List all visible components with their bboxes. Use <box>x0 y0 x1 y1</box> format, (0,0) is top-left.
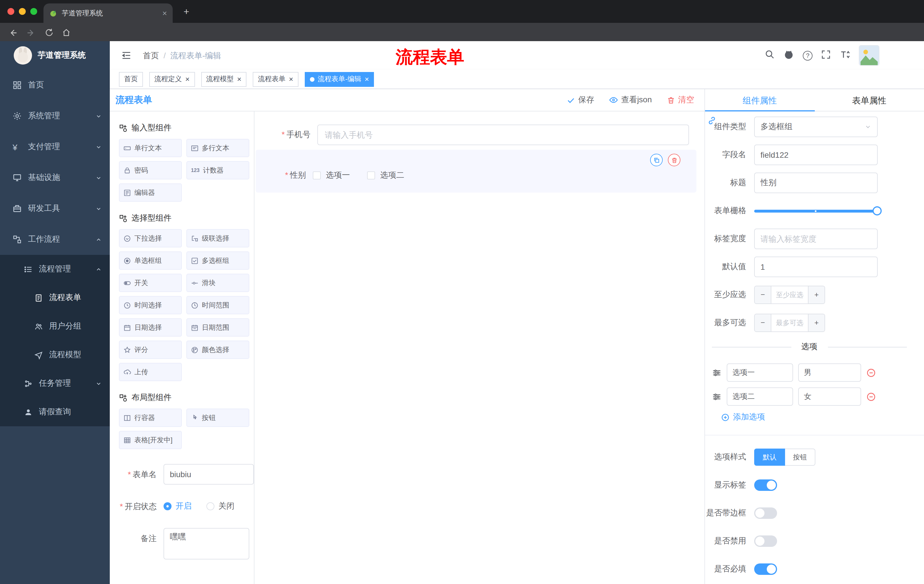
decrease-button[interactable]: − <box>755 314 771 331</box>
comp-select[interactable]: 下拉选择 <box>119 229 182 247</box>
min-select-placeholder[interactable]: 至少应选 <box>771 286 808 303</box>
field-gender-selected[interactable]: 性别 选项一 选项二 <box>256 150 696 192</box>
remove-option-icon[interactable] <box>866 392 876 401</box>
comp-editor[interactable]: 编辑器 <box>119 183 182 202</box>
tag-close-icon[interactable]: × <box>237 75 241 84</box>
comp-rate[interactable]: 评分 <box>119 341 182 359</box>
option-name-input[interactable] <box>727 364 793 382</box>
comp-date-picker[interactable]: 日期选择 <box>119 318 182 337</box>
field-name-input[interactable] <box>754 145 878 165</box>
phone-input[interactable] <box>317 125 689 145</box>
view-json-button[interactable]: 查看json <box>609 95 652 105</box>
sidebar-item-process-model[interactable]: 流程模型 <box>0 341 110 369</box>
slider-handle[interactable] <box>873 206 882 216</box>
save-button[interactable]: 保存 <box>567 95 594 105</box>
show-label-switch[interactable] <box>754 479 777 491</box>
comp-slider[interactable]: 滑块 <box>186 274 249 292</box>
avatar[interactable] <box>859 45 879 66</box>
comp-counter[interactable]: 123计数器 <box>186 161 249 179</box>
tag-home[interactable]: 首页 <box>119 72 143 87</box>
tag-close-icon[interactable]: × <box>365 75 369 84</box>
drag-handle-icon[interactable] <box>712 368 722 377</box>
comp-date-range[interactable]: 日期范围 <box>186 318 249 337</box>
search-icon[interactable] <box>764 49 775 62</box>
comp-cascader[interactable]: 级联选择 <box>186 229 249 247</box>
title-input[interactable] <box>754 173 878 193</box>
forward-icon[interactable] <box>24 26 38 39</box>
status-on-radio[interactable]: 开启 <box>163 501 191 512</box>
sidebar-item-payment[interactable]: ¥ 支付管理 <box>0 132 110 162</box>
gender-option2-checkbox[interactable]: 选项二 <box>367 170 404 181</box>
sidebar-item-process-management[interactable]: 流程管理 <box>0 255 110 283</box>
decrease-button[interactable]: − <box>755 286 771 303</box>
comp-time-range[interactable]: 时间范围 <box>186 296 249 314</box>
clear-button[interactable]: 清空 <box>667 95 694 105</box>
component-type-select[interactable]: 多选框组 <box>754 117 878 137</box>
comp-switch[interactable]: 开关 <box>119 274 182 292</box>
window-close-button[interactable] <box>7 8 14 15</box>
sidebar-item-home[interactable]: 首页 <box>0 70 110 100</box>
home-icon[interactable] <box>59 26 73 39</box>
add-option-button[interactable]: 添加选项 <box>721 412 924 422</box>
comp-row-container[interactable]: 行容器 <box>119 409 182 427</box>
form-name-input[interactable] <box>163 464 254 485</box>
border-switch[interactable] <box>754 507 777 519</box>
field-phone[interactable]: 手机号 <box>260 125 689 145</box>
sidebar-item-infrastructure[interactable]: 基础设施 <box>0 162 110 193</box>
option-value-input[interactable] <box>798 364 861 382</box>
tag-close-icon[interactable]: × <box>185 75 190 84</box>
reload-icon[interactable] <box>42 26 56 39</box>
logo[interactable]: 芋道管理系统 <box>0 41 110 70</box>
sidebar-collapse-icon[interactable] <box>121 50 132 63</box>
window-minimize-button[interactable] <box>19 8 26 15</box>
comp-checkbox-group[interactable]: 多选框组 <box>186 252 249 270</box>
grid-slider[interactable] <box>754 201 880 221</box>
form-canvas[interactable]: 手机号 性别 选项一 选项二 <box>254 112 705 584</box>
sidebar-item-devtools[interactable]: 研发工具 <box>0 193 110 224</box>
tab-close-icon[interactable]: × <box>162 8 167 18</box>
tag-process-form[interactable]: 流程表单× <box>253 72 298 87</box>
disabled-switch[interactable] <box>754 535 777 547</box>
tag-process-model[interactable]: 流程模型× <box>201 72 246 87</box>
tag-close-icon[interactable]: × <box>289 75 293 84</box>
help-icon[interactable]: ? <box>803 51 812 60</box>
copy-field-button[interactable] <box>650 154 663 166</box>
font-size-icon[interactable] <box>839 49 850 62</box>
comp-color-picker[interactable]: 颜色选择 <box>186 341 249 359</box>
style-default-button[interactable]: 默认 <box>754 449 785 466</box>
style-button-button[interactable]: 按钮 <box>785 449 815 466</box>
new-tab-button[interactable]: + <box>180 6 193 20</box>
remark-textarea[interactable]: 嘿嘿 <box>163 528 249 559</box>
tab-component-props[interactable]: 组件属性 <box>705 89 815 111</box>
comp-button[interactable]: 按钮 <box>186 409 249 427</box>
comp-password[interactable]: 密码 <box>119 161 182 179</box>
fullscreen-icon[interactable] <box>821 49 831 61</box>
sidebar-item-system[interactable]: 系统管理 <box>0 100 110 132</box>
drag-handle-icon[interactable] <box>712 392 722 401</box>
sidebar-item-process-form[interactable]: 流程表单 <box>0 283 110 312</box>
github-icon[interactable] <box>783 49 794 62</box>
delete-field-button[interactable] <box>668 154 680 166</box>
tag-process-definition[interactable]: 流程定义× <box>149 72 195 87</box>
sidebar-item-user-group[interactable]: 用户分组 <box>0 312 110 341</box>
sidebar-item-workflow[interactable]: 工作流程 <box>0 224 110 255</box>
comp-table[interactable]: 表格[开发中] <box>119 431 182 449</box>
comp-single-line-text[interactable]: 单行文本 <box>119 139 182 157</box>
comp-radio-group[interactable]: 单选框组 <box>119 252 182 270</box>
sidebar-item-task-management[interactable]: 任务管理 <box>0 369 110 398</box>
option-value-input[interactable] <box>798 387 861 406</box>
tag-width-input[interactable] <box>754 229 878 249</box>
sidebar-item-leave-query[interactable]: 请假查询 <box>0 398 110 426</box>
increase-button[interactable]: + <box>808 286 825 303</box>
default-value-input[interactable] <box>754 257 878 277</box>
comp-upload[interactable]: 上传 <box>119 363 182 381</box>
increase-button[interactable]: + <box>808 314 825 331</box>
comp-multiline-text[interactable]: 多行文本 <box>186 139 249 157</box>
browser-tab[interactable]: 芋道管理系统 × <box>43 3 173 23</box>
remove-option-icon[interactable] <box>866 368 876 377</box>
tag-process-form-edit[interactable]: 流程表单-编辑× <box>305 72 374 87</box>
max-select-placeholder[interactable]: 最多可选 <box>771 314 808 331</box>
option-name-input[interactable] <box>727 387 793 406</box>
breadcrumb-home-link[interactable]: 首页 <box>143 51 159 60</box>
status-off-radio[interactable]: 关闭 <box>206 501 234 512</box>
